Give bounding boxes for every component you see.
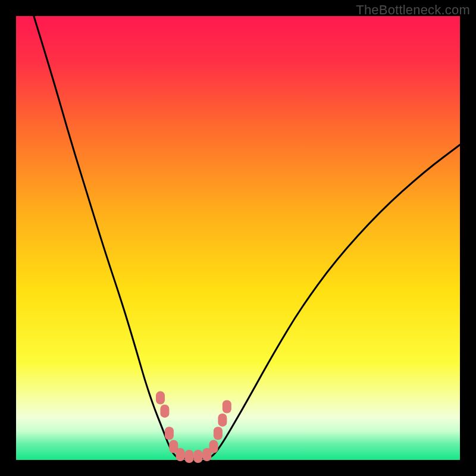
gradient-background	[16, 16, 460, 460]
chart-frame: TheBottleneck.com	[0, 0, 476, 476]
watermark-text: TheBottleneck.com	[356, 2, 470, 18]
